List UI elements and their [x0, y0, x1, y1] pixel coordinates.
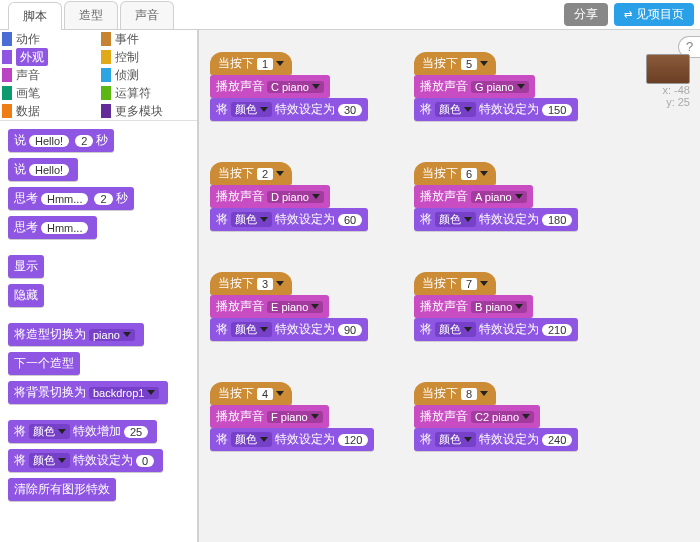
block-switch-costume[interactable]: 将造型切换为 piano	[8, 323, 144, 346]
category-5[interactable]: 侦测	[99, 66, 198, 84]
when-key-pressed-block[interactable]: 当按下 7	[414, 272, 496, 295]
effect-menu[interactable]: 颜色	[435, 102, 476, 117]
setto-label: 特效设定为	[479, 321, 539, 338]
effect-menu[interactable]: 颜色	[435, 322, 476, 337]
key-value[interactable]: 7	[461, 278, 477, 290]
play-sound-block[interactable]: 播放声音A piano	[414, 185, 533, 208]
play-sound-block[interactable]: 播放声音B piano	[414, 295, 533, 318]
key-value[interactable]: 6	[461, 168, 477, 180]
category-7[interactable]: 运算符	[99, 84, 198, 102]
category-0[interactable]: 动作	[0, 30, 99, 48]
script-stack-1[interactable]: 当按下 1播放声音C piano将颜色特效设定为30	[210, 52, 368, 121]
effect-amount[interactable]: 240	[542, 434, 572, 446]
sound-menu[interactable]: D piano	[267, 191, 324, 203]
block-think[interactable]: 思考 Hmm...	[8, 216, 97, 239]
effect-menu[interactable]: 颜色	[231, 432, 272, 447]
when-key-pressed-block[interactable]: 当按下 1	[210, 52, 292, 75]
block-set-effect[interactable]: 将 颜色 特效设定为 0	[8, 449, 163, 472]
key-value[interactable]: 5	[461, 58, 477, 70]
category-label: 声音	[16, 66, 40, 84]
tab-costumes[interactable]: 造型	[64, 1, 118, 29]
effect-amount[interactable]: 180	[542, 214, 572, 226]
block-switch-backdrop[interactable]: 将背景切换为 backdrop1	[8, 381, 168, 404]
set-effect-block[interactable]: 将颜色特效设定为210	[414, 318, 578, 341]
play-sound-block[interactable]: 播放声音D piano	[210, 185, 330, 208]
script-area[interactable]: ? x: -48 y: 25 当按下 1播放声音C piano将颜色特效设定为3…	[199, 30, 700, 542]
set-effect-block[interactable]: 将颜色特效设定为120	[210, 428, 374, 451]
chevron-down-icon	[311, 304, 319, 309]
category-6[interactable]: 画笔	[0, 84, 99, 102]
see-project-button[interactable]: ⇄ 见项目页	[614, 3, 694, 26]
play-sound-block[interactable]: 播放声音C piano	[210, 75, 330, 98]
block-clear-effects[interactable]: 清除所有图形特效	[8, 478, 116, 501]
block-hide[interactable]: 隐藏	[8, 284, 44, 307]
effect-menu[interactable]: 颜色	[231, 212, 272, 227]
tab-sounds[interactable]: 声音	[120, 1, 174, 29]
block-next-costume[interactable]: 下一个造型	[8, 352, 80, 375]
category-3[interactable]: 控制	[99, 48, 198, 66]
sound-menu[interactable]: A piano	[471, 191, 527, 203]
set-effect-block[interactable]: 将颜色特效设定为180	[414, 208, 578, 231]
key-value[interactable]: 8	[461, 388, 477, 400]
set-effect-block[interactable]: 将颜色特效设定为60	[210, 208, 368, 231]
key-value[interactable]: 2	[257, 168, 273, 180]
effect-amount[interactable]: 150	[542, 104, 572, 116]
script-stack-7[interactable]: 当按下 7播放声音B piano将颜色特效设定为210	[414, 272, 578, 341]
effect-amount[interactable]: 210	[542, 324, 572, 336]
block-show[interactable]: 显示	[8, 255, 44, 278]
chevron-down-icon	[276, 391, 284, 396]
effect-menu[interactable]: 颜色	[231, 322, 272, 337]
sprite-thumbnail[interactable]	[646, 54, 690, 84]
when-key-pressed-block[interactable]: 当按下 3	[210, 272, 292, 295]
script-stack-2[interactable]: 当按下 2播放声音D piano将颜色特效设定为60	[210, 162, 368, 231]
effect-menu[interactable]: 颜色	[231, 102, 272, 117]
sound-menu[interactable]: F piano	[267, 411, 323, 423]
chevron-down-icon	[147, 390, 155, 395]
key-value[interactable]: 1	[257, 58, 273, 70]
when-key-pressed-block[interactable]: 当按下 8	[414, 382, 496, 405]
play-sound-block[interactable]: 播放声音C2 piano	[414, 405, 540, 428]
category-2[interactable]: 外观	[0, 48, 99, 66]
category-8[interactable]: 数据	[0, 102, 99, 120]
set-effect-block[interactable]: 将颜色特效设定为30	[210, 98, 368, 121]
block-change-effect[interactable]: 将 颜色 特效增加 25	[8, 420, 157, 443]
effect-amount[interactable]: 60	[338, 214, 362, 226]
share-button[interactable]: 分享	[564, 3, 608, 26]
play-sound-block[interactable]: 播放声音E piano	[210, 295, 329, 318]
sound-menu[interactable]: B piano	[471, 301, 527, 313]
block-say[interactable]: 说 Hello!	[8, 158, 78, 181]
effect-menu[interactable]: 颜色	[435, 212, 476, 227]
set-effect-block[interactable]: 将颜色特效设定为90	[210, 318, 368, 341]
chevron-down-icon	[480, 61, 488, 66]
tab-scripts[interactable]: 脚本	[8, 2, 62, 30]
effect-amount[interactable]: 30	[338, 104, 362, 116]
sound-menu[interactable]: E piano	[267, 301, 323, 313]
play-sound-block[interactable]: 播放声音F piano	[210, 405, 329, 428]
set-effect-block[interactable]: 将颜色特效设定为150	[414, 98, 578, 121]
category-4[interactable]: 声音	[0, 66, 99, 84]
play-sound-block[interactable]: 播放声音G piano	[414, 75, 535, 98]
script-stack-5[interactable]: 当按下 5播放声音G piano将颜色特效设定为150	[414, 52, 578, 121]
sound-menu[interactable]: C2 piano	[471, 411, 534, 423]
block-say-for-secs[interactable]: 说 Hello! 2 秒	[8, 129, 114, 152]
sound-menu[interactable]: G piano	[471, 81, 529, 93]
when-key-pressed-block[interactable]: 当按下 6	[414, 162, 496, 185]
when-key-pressed-block[interactable]: 当按下 4	[210, 382, 292, 405]
effect-amount[interactable]: 90	[338, 324, 362, 336]
category-1[interactable]: 事件	[99, 30, 198, 48]
set-effect-block[interactable]: 将颜色特效设定为240	[414, 428, 578, 451]
script-stack-8[interactable]: 当按下 8播放声音C2 piano将颜色特效设定为240	[414, 382, 578, 451]
script-stack-4[interactable]: 当按下 4播放声音F piano将颜色特效设定为120	[210, 382, 374, 451]
effect-menu[interactable]: 颜色	[435, 432, 476, 447]
when-key-pressed-block[interactable]: 当按下 5	[414, 52, 496, 75]
key-value[interactable]: 4	[257, 388, 273, 400]
script-stack-3[interactable]: 当按下 3播放声音E piano将颜色特效设定为90	[210, 272, 368, 341]
effect-amount[interactable]: 120	[338, 434, 368, 446]
key-value[interactable]: 3	[257, 278, 273, 290]
block-think-for-secs[interactable]: 思考 Hmm... 2 秒	[8, 187, 134, 210]
chevron-down-icon	[58, 458, 66, 463]
category-9[interactable]: 更多模块	[99, 102, 198, 120]
sound-menu[interactable]: C piano	[267, 81, 324, 93]
script-stack-6[interactable]: 当按下 6播放声音A piano将颜色特效设定为180	[414, 162, 578, 231]
when-key-pressed-block[interactable]: 当按下 2	[210, 162, 292, 185]
